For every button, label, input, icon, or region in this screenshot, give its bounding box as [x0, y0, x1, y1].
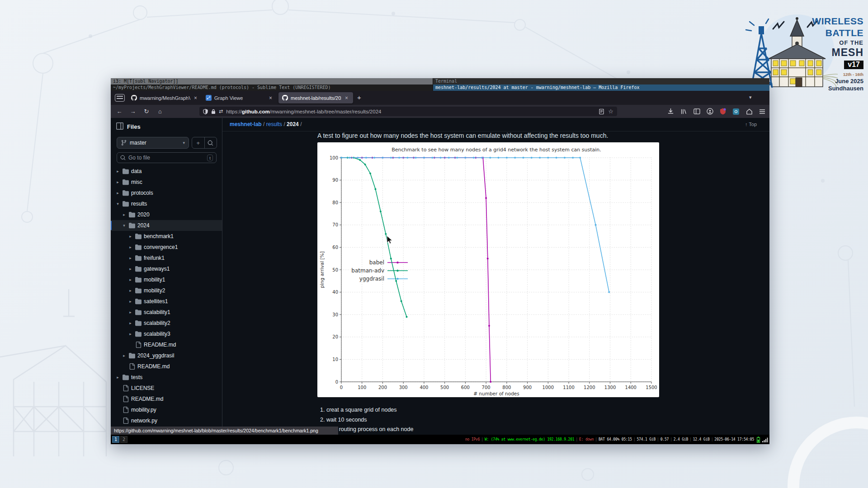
chevron-right-icon[interactable]: ▸ — [115, 191, 120, 195]
url-bar[interactable]: ⇄ https://github.com/mwarning/meshnet-la… — [199, 107, 617, 116]
new-tab-button[interactable]: + — [357, 94, 361, 101]
chevron-right-icon[interactable]: ▸ — [128, 234, 133, 239]
back-button[interactable]: ← — [114, 107, 124, 116]
search-button[interactable] — [205, 137, 217, 148]
branch-selector[interactable]: master ▾ — [117, 137, 189, 149]
tab-close-icon[interactable]: × — [269, 95, 272, 101]
menu-icon[interactable] — [759, 108, 766, 115]
chevron-down-icon: ▾ — [183, 141, 185, 145]
lock-icon[interactable] — [211, 109, 216, 114]
downloads-icon[interactable] — [667, 108, 674, 115]
tab-meshnet-lab-results[interactable]: meshnet-lab/results/202 × — [278, 92, 353, 103]
tree-item-network-py[interactable]: network.py — [111, 415, 222, 426]
sidebar-panel-icon[interactable] — [116, 122, 123, 131]
sidebar-toggle-icon[interactable] — [693, 108, 700, 115]
ublock-icon[interactable] — [719, 108, 726, 115]
tree-item-mobility2[interactable]: ▸mobility2 — [111, 285, 222, 296]
tree-item-2024[interactable]: ▾2024 — [111, 220, 222, 231]
forward-button[interactable]: → — [128, 107, 138, 116]
reload-button[interactable]: ↻ — [142, 107, 151, 116]
workspace-button-2[interactable]: 2 — [120, 436, 127, 443]
tree-item-label: protocols — [131, 190, 153, 196]
list-all-tabs-icon[interactable]: ▾ — [749, 94, 752, 100]
bookmark-star-icon[interactable]: ☆ — [608, 108, 613, 115]
sublime-titlebar[interactable]: ~/myProjects/MeshGraphViewer/README.md (… — [111, 84, 433, 91]
chevron-right-icon[interactable]: ▸ — [128, 256, 133, 260]
tab-graph-viewer[interactable]: Graph Viewer × — [202, 92, 276, 103]
chevron-down-icon[interactable]: ▾ — [122, 223, 127, 228]
tree-item-results[interactable]: ▾results — [111, 198, 222, 209]
chevron-right-icon[interactable]: ▸ — [128, 321, 133, 325]
tree-item-label: LICENSE — [131, 385, 154, 391]
chevron-right-icon[interactable]: ▸ — [115, 169, 120, 174]
tree-item-mobility-py[interactable]: mobility.py — [111, 404, 222, 415]
tree-item-satellites1[interactable]: ▸satellites1 — [111, 296, 222, 307]
chevron-right-icon[interactable]: ▸ — [128, 245, 133, 249]
toolbar-icons — [667, 107, 766, 116]
link-preview-statusbar: https://github.com/mwarning/meshnet-lab/… — [111, 427, 338, 435]
chevron-right-icon[interactable]: ▸ — [122, 353, 127, 358]
chevron-right-icon[interactable]: ▸ — [128, 277, 133, 282]
firefox-titlebar[interactable]: meshnet-lab/results/2024 at master - mwa… — [433, 84, 769, 91]
chevron-right-icon[interactable]: ▸ — [115, 375, 120, 380]
firefox-view-icon[interactable] — [115, 94, 125, 102]
scroll-to-top-button[interactable]: ↑ Top — [745, 122, 757, 127]
file-icon — [123, 407, 129, 413]
folder-icon — [129, 222, 135, 229]
chevron-right-icon[interactable]: ▸ — [122, 212, 127, 217]
chevron-right-icon[interactable]: ▸ — [128, 288, 133, 293]
permissions-icon[interactable]: ⇄ — [219, 108, 223, 114]
tree-item-readme-md[interactable]: README.md — [111, 339, 222, 350]
tree-item-scalability2[interactable]: ▸scalability2 — [111, 318, 222, 328]
chevron-right-icon[interactable]: ▸ — [128, 332, 133, 336]
file-icon — [135, 342, 142, 348]
breadcrumb-repo[interactable]: meshnet-lab — [230, 121, 262, 127]
chevron-right-icon[interactable]: ▸ — [128, 310, 133, 314]
extension-home-icon[interactable] — [745, 108, 753, 115]
branch-name: master — [130, 140, 146, 146]
go-to-file-input[interactable]: Go to file t — [117, 152, 217, 163]
tree-item-readme-md[interactable]: README.md — [111, 394, 222, 404]
screenshot-extension-icon[interactable] — [732, 108, 740, 115]
library-icon[interactable] — [680, 108, 687, 115]
tree-item-license[interactable]: LICENSE — [111, 383, 222, 394]
account-icon[interactable] — [706, 108, 713, 115]
tab-meshgraphviewer[interactable]: mwarning/MeshGraphVie × — [127, 92, 201, 103]
tree-item-2024-yggdrasil[interactable]: ▸2024_yggdrasil — [111, 350, 222, 361]
shield-icon[interactable] — [203, 109, 208, 114]
reader-mode-icon[interactable] — [599, 109, 604, 114]
tree-item-2020[interactable]: ▸2020 — [111, 209, 222, 220]
tree-item-readme-md[interactable]: README.md — [111, 361, 222, 372]
home-button[interactable]: ⌂ — [155, 107, 165, 116]
tree-item-benchmark1[interactable]: ▸benchmark1 — [111, 231, 222, 242]
tree-item-label: mobility2 — [144, 287, 165, 294]
svg-text:20: 20 — [332, 334, 338, 339]
chevron-down-icon[interactable]: ▾ — [115, 202, 120, 206]
tree-item-protocols[interactable]: ▸protocols — [111, 188, 222, 198]
tree-item-freifunk1[interactable]: ▸freifunk1 — [111, 253, 222, 263]
tree-item-misc[interactable]: ▸misc — [111, 177, 222, 188]
chevron-right-icon[interactable]: ▸ — [128, 299, 133, 304]
chevron-right-icon[interactable]: ▸ — [115, 180, 120, 184]
chevron-right-icon[interactable]: ▸ — [128, 267, 133, 271]
tree-item-convergence1[interactable]: ▸convergence1 — [111, 242, 222, 253]
breadcrumb-results[interactable]: results — [266, 121, 282, 127]
tree-item-data[interactable]: ▸data — [111, 166, 222, 177]
benchmark-chart-image[interactable]: Benchmark to see how many nodes of a gri… — [317, 142, 659, 397]
tree-item-scalability1[interactable]: ▸scalability1 — [111, 307, 222, 318]
workspace-button-1[interactable]: 1 — [112, 436, 119, 443]
i3-workspace-titlebar[interactable]: i3: M[T[subl Navigator]] — [111, 78, 433, 84]
file-icon — [123, 385, 129, 391]
tree-item-mobility1[interactable]: ▸mobility1 — [111, 274, 222, 285]
folder-icon — [135, 233, 142, 239]
tab-close-icon[interactable]: × — [345, 95, 348, 101]
terminal-titlebar[interactable]: Terminal — [433, 78, 769, 84]
add-file-button[interactable]: + — [192, 137, 205, 148]
tree-item-label: freifunk1 — [144, 255, 165, 261]
tab-close-icon[interactable]: × — [194, 95, 197, 101]
tree-item-gateways1[interactable]: ▸gateways1 — [111, 263, 222, 274]
i3-status-bar: 1 2 no IPv6|W: (74% at www.evernet-eg.de… — [111, 435, 769, 444]
tree-item-scalability3[interactable]: ▸scalability3 — [111, 328, 222, 339]
tree-item-tests[interactable]: ▸tests — [111, 372, 222, 383]
url-text[interactable]: https://github.com/mwarning/meshnet-lab/… — [226, 109, 381, 114]
